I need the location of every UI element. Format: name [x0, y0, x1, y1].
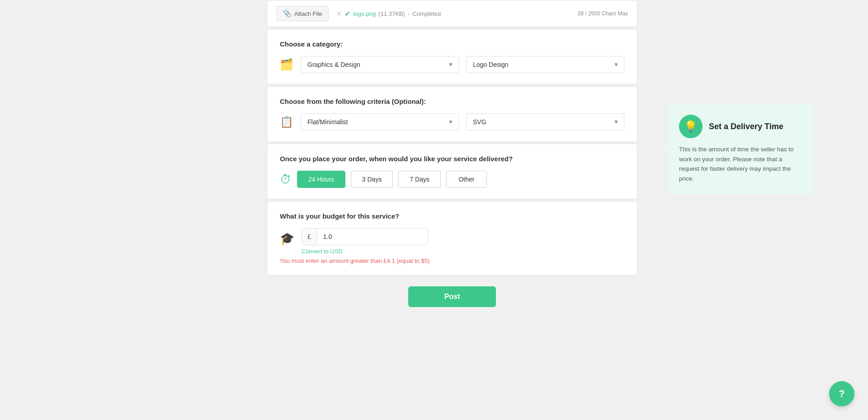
delivery-3days-button[interactable]: 3 Days — [351, 171, 393, 188]
delivery-info-description: This is the amount of time the seller ha… — [679, 145, 804, 183]
criteria-dropdowns-row: 📋 Flat/Minimalist 3D Hand-drawn Watercol… — [280, 113, 624, 131]
delivery-section-title: Once you place your order, when would yo… — [280, 155, 624, 163]
post-button[interactable]: Post — [408, 286, 496, 307]
delivery-info-title: Set a Delivery Time — [709, 122, 783, 131]
file-info: ✕ ✔ logo.png (11.37KB) - Completed — [336, 9, 441, 18]
help-button[interactable]: ? ··· — [829, 381, 854, 406]
criteria-section: Choose from the following criteria (Opti… — [267, 86, 637, 142]
file-check-icon: ✔ — [344, 9, 350, 18]
file-separator: - — [408, 10, 410, 17]
budget-input-group: £ Convert to USD — [302, 228, 428, 255]
category-section: Choose a category: 🗂️ Graphics & Design … — [267, 29, 637, 84]
delivery-info-arrow — [663, 144, 669, 154]
delivery-info-header: 💡 Set a Delivery Time — [679, 115, 804, 138]
delivery-24hours-button[interactable]: 24 Hours — [297, 171, 345, 188]
criteria-secondary-select[interactable]: SVG PNG JPG PDF AI — [466, 113, 624, 131]
file-remove-button[interactable]: ✕ — [336, 9, 342, 18]
criteria-secondary-select-wrapper: SVG PNG JPG PDF AI ▼ — [466, 113, 624, 131]
delivery-info-lightbulb-icon: 💡 — [679, 115, 703, 138]
category-icon: 🗂️ — [280, 58, 293, 71]
budget-row: 🎓 £ Convert to USD — [280, 228, 624, 255]
file-size: (11.37KB) — [378, 10, 405, 17]
category-section-title: Choose a category: — [280, 40, 624, 48]
convert-to-usd-link[interactable]: Convert to USD — [302, 248, 428, 255]
budget-error-message: You must enter an amount greater than £4… — [280, 257, 624, 264]
currency-symbol: £ — [302, 229, 317, 245]
file-name: logo.png — [353, 10, 376, 17]
budget-icon: 🎓 — [280, 232, 294, 246]
chars-counter: 28 / 2500 Chars Max — [578, 10, 628, 17]
top-bar: 📎 Attach File ✕ ✔ logo.png (11.37KB) - C… — [267, 0, 637, 27]
budget-input-wrapper: £ — [302, 228, 428, 245]
criteria-primary-select-wrapper: Flat/Minimalist 3D Hand-drawn Watercolor… — [301, 113, 459, 131]
question-mark-icon: ? — [839, 388, 844, 400]
delivery-info-card: 💡 Set a Delivery Time This is the amount… — [669, 104, 814, 194]
budget-section-title: What is your budget for this service? — [280, 212, 624, 220]
category-secondary-select-wrapper: Logo Design Brand Identity Illustration … — [466, 56, 624, 73]
category-secondary-select[interactable]: Logo Design Brand Identity Illustration … — [466, 56, 624, 73]
delivery-row: ⏱ 24 Hours 3 Days 7 Days Other — [280, 171, 624, 188]
file-status: Completed — [412, 10, 441, 17]
paperclip-icon: 📎 — [283, 9, 292, 18]
category-dropdowns-row: 🗂️ Graphics & Design Writing & Translati… — [280, 56, 624, 73]
help-btn-dots: ··· — [849, 400, 854, 404]
budget-section: What is your budget for this service? 🎓 … — [267, 201, 637, 275]
criteria-section-title: Choose from the following criteria (Opti… — [280, 98, 624, 105]
budget-input[interactable] — [317, 229, 428, 245]
delivery-other-button[interactable]: Other — [446, 171, 487, 188]
sidebar-panel: 💡 Set a Delivery Time This is the amount… — [669, 104, 814, 194]
delivery-7days-button[interactable]: 7 Days — [398, 171, 441, 188]
post-btn-wrapper: Post — [267, 286, 637, 307]
clock-icon: ⏱ — [280, 173, 292, 187]
attach-file-button[interactable]: 📎 Attach File — [276, 6, 329, 21]
criteria-primary-select[interactable]: Flat/Minimalist 3D Hand-drawn Watercolor… — [301, 113, 459, 131]
attach-btn-label: Attach File — [294, 10, 322, 17]
category-primary-select[interactable]: Graphics & Design Writing & Translation … — [301, 56, 459, 73]
criteria-icon: 📋 — [280, 116, 293, 128]
category-primary-select-wrapper: Graphics & Design Writing & Translation … — [301, 56, 459, 73]
delivery-section: Once you place your order, when would yo… — [267, 144, 637, 199]
top-bar-left: 📎 Attach File ✕ ✔ logo.png (11.37KB) - C… — [276, 6, 441, 21]
